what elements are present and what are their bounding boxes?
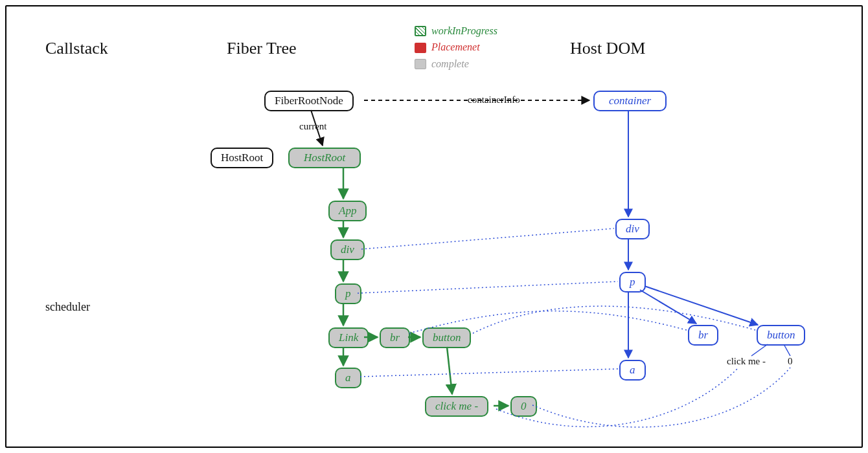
node-fiber-root-node: FiberRootNode (264, 91, 354, 111)
node-dom-div: div (615, 219, 650, 239)
node-fiber-br: br (380, 327, 410, 348)
heading-fiber-tree: Fiber Tree (227, 39, 297, 58)
node-dom-container: container (593, 91, 667, 111)
node-dom-br: br (688, 325, 718, 346)
node-fiber-p: p (335, 283, 361, 304)
edge-label-current: current (298, 121, 328, 132)
node-dom-p: p (619, 272, 646, 293)
legend-placement-text: Placemenet (431, 42, 480, 53)
legend: workInProgress Placemenet complete (415, 25, 497, 74)
svg-line-15 (645, 286, 758, 325)
node-fiber-app: App (328, 201, 367, 221)
svg-line-16 (751, 344, 768, 356)
legend-wip-text: workInProgress (431, 25, 497, 36)
diagram-canvas: Callstack Fiber Tree Host DOM scheduler … (5, 5, 863, 448)
text-dom-zero: 0 (788, 356, 793, 367)
legend-swatch-wip (415, 26, 426, 36)
edge-label-containerinfo: containerInfo (466, 94, 521, 105)
legend-complete-text: complete (431, 58, 469, 69)
node-fiber-zero: 0 (510, 396, 537, 417)
node-fiber-button: button (422, 327, 471, 348)
node-callstack-hostroot: HostRoot (211, 148, 273, 168)
heading-host-dom: Host DOM (570, 39, 645, 58)
node-dom-a: a (619, 360, 646, 381)
legend-swatch-placement (415, 43, 426, 53)
node-fiber-hostroot: HostRoot (288, 148, 361, 168)
svg-line-17 (784, 344, 790, 356)
node-fiber-clickme: click me - (425, 396, 488, 417)
svg-line-9 (447, 347, 452, 394)
node-fiber-a: a (335, 368, 361, 388)
node-dom-button: button (757, 325, 805, 346)
node-fiber-link: Link (328, 327, 369, 348)
node-fiber-div: div (330, 239, 365, 260)
legend-swatch-complete (415, 59, 426, 69)
label-scheduler: scheduler (45, 300, 90, 314)
heading-callstack: Callstack (45, 39, 108, 58)
text-dom-clickme: click me - (727, 356, 766, 367)
svg-line-14 (640, 290, 696, 324)
